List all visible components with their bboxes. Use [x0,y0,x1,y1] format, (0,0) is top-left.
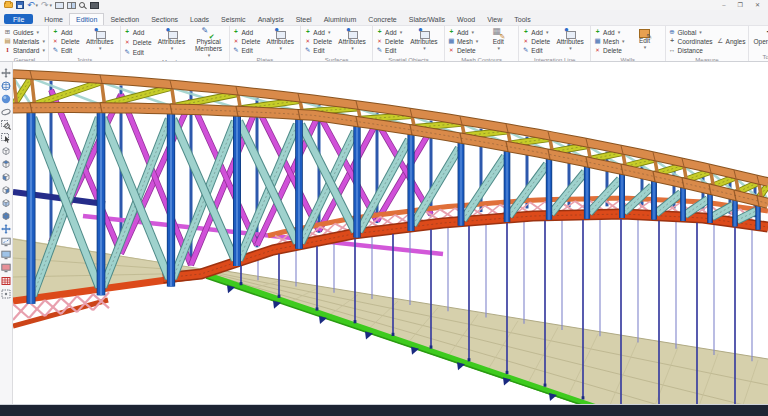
save-button[interactable] [16,1,24,10]
delete-button[interactable]: Delete [594,46,624,55]
shaded-sphere-icon[interactable] [1,90,11,100]
attributes-button[interactable]: Attributes [83,27,117,56]
bottom-bar [0,404,768,416]
tab-view[interactable]: View [481,14,508,25]
display-options-icon[interactable] [1,246,11,256]
edit-button[interactable]: Edit [628,27,662,56]
cube-right-icon[interactable] [1,181,11,191]
tab-selection[interactable]: Selection [104,14,145,25]
add-button[interactable]: Add [233,28,261,37]
model-viewport[interactable] [13,62,768,404]
add-button[interactable]: Add [304,28,332,37]
open-file-button[interactable] [4,1,13,10]
section-table-icon[interactable] [1,272,11,282]
cube-front-icon[interactable] [1,194,11,204]
ribbon-group-spatial-objects: AddDeleteEditAttributesSpatial Objects [373,26,445,61]
add-button[interactable]: Add [448,28,478,37]
tab-analysis[interactable]: Analysis [252,14,290,25]
coordinates-button[interactable]: Coordinates [669,37,713,46]
add-button[interactable]: Add [594,28,624,37]
add-button[interactable]: Add [52,28,80,37]
add-button[interactable]: Add [376,28,404,37]
mesh-button[interactable]: Mesh [448,37,478,46]
physical-members-button[interactable]: Physical Members [192,27,226,58]
edit-button[interactable]: Edit [233,46,261,55]
attributes-button[interactable]: Attributes [263,27,297,56]
select-window-icon[interactable] [1,129,11,139]
tab-edition[interactable]: Edition [69,13,104,25]
tab-loads[interactable]: Loads [184,14,215,25]
tab-sections[interactable]: Sections [145,14,184,25]
zoom-button[interactable] [79,1,87,10]
pan-icon[interactable] [1,64,11,74]
attributes-button[interactable]: Attributes [407,27,441,56]
restore-button[interactable]: ❐ [738,2,743,8]
orbit-icon[interactable] [1,77,11,87]
tab-home[interactable]: Home [38,14,69,25]
zoom-fit-icon[interactable] [1,220,11,230]
ribbon-group-integration-line: AddDeleteEditAttributesIntegration Line [519,26,591,61]
close-button[interactable]: ✕ [755,2,760,8]
snap-grid-icon[interactable] [1,285,11,295]
guides-button[interactable]: Guides [4,28,45,37]
operations-button[interactable]: Operations [752,27,768,53]
tab-tools[interactable]: Tools [508,14,536,25]
attributes-button[interactable]: Attributes [335,27,369,56]
button-label: Add [242,29,254,36]
cube-top-icon[interactable] [1,155,11,165]
edit-icon [376,47,383,54]
cube-wire-icon[interactable] [1,142,11,152]
redo-button[interactable]: ↷ [41,1,52,10]
edit-button[interactable]: Edit [481,27,515,56]
materials-button[interactable]: Materials [4,37,45,46]
zoom-all-icon[interactable] [1,233,11,243]
distance-button[interactable]: Distance [669,46,713,55]
delete-button[interactable]: Delete [124,38,152,47]
tab-wood[interactable]: Wood [451,14,481,25]
edit-button[interactable]: Edit [124,48,152,57]
delete-button[interactable]: Delete [233,37,261,46]
minimize-button[interactable]: – [722,2,725,8]
display-button[interactable] [55,1,64,10]
mesh-button[interactable]: Mesh [594,37,624,46]
edit-button[interactable]: Edit [52,46,80,55]
cube-solid-icon[interactable] [1,207,11,217]
button-label: Global [678,29,697,36]
add-button[interactable]: Add [522,28,550,37]
materials-icon [4,38,11,45]
add-button[interactable]: Add [124,28,152,37]
tab-seismic[interactable]: Seismic [215,14,252,25]
tab-file[interactable]: File [4,14,33,24]
delete-button[interactable]: Delete [52,37,80,46]
attributes-button[interactable]: Attributes [155,27,189,58]
capture-button[interactable] [90,1,99,10]
global-button[interactable]: Global [669,28,713,37]
button-label: Materials [13,38,39,45]
add-icon [594,29,601,36]
tab-concrete[interactable]: Concrete [362,14,402,25]
render-icon[interactable] [1,259,11,269]
edit-button[interactable]: Edit [522,46,550,55]
tab-steel[interactable]: Steel [290,14,318,25]
delete-button[interactable]: Delete [376,37,404,46]
attributes-button[interactable]: Attributes [553,27,587,56]
delete-button[interactable]: Delete [304,37,332,46]
ribbon-group-general: GuidesMaterialsStandardGeneral [1,26,49,61]
cube-left-icon[interactable] [1,168,11,178]
meshedit-icon [492,28,504,39]
edit-button[interactable]: Edit [376,46,404,55]
delete-button[interactable]: Delete [522,37,550,46]
tab-slabs-walls[interactable]: Slabs/Walls [403,14,451,25]
zoom-window-icon[interactable] [1,116,11,126]
delete-button[interactable]: Delete [448,46,478,55]
standard-button[interactable]: Standard [4,46,45,55]
tab-aluminium[interactable]: Aluminium [318,14,363,25]
model-viewport-canvas[interactable] [13,62,768,404]
window-layout-button[interactable] [67,1,76,10]
angles-button[interactable]: Angles [717,37,746,46]
button-label: Distance [678,47,703,54]
edit-button[interactable]: Edit [304,46,332,55]
undo-button[interactable]: ↶ [27,1,38,10]
button-label: Guides [13,29,34,36]
rotate-icon[interactable] [1,103,11,113]
